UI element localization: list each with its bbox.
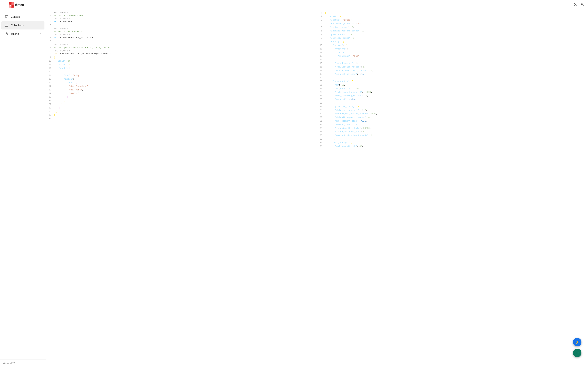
sidebar-item-tutorial-label: Tutorial (11, 33, 37, 35)
sidebar-item-tutorial[interactable]: Tutorial ⌃ (1, 30, 44, 38)
code-fab-button[interactable]: < > (573, 349, 581, 357)
output-line-2: 2 "result": { (317, 15, 588, 18)
output-line-31: 31 "max_segment_size": null, (317, 119, 588, 123)
beautify-button-1[interactable]: BEAUTIFY (60, 11, 70, 13)
output-line-10: 10 "params": { (317, 44, 588, 47)
run-beautify-bar-1: RUN | BEAUTIFY (46, 11, 317, 14)
output-line-36: 36 }, (317, 137, 588, 141)
output-line-23: 23 "full_scan_threshold": 10000, (317, 91, 588, 94)
code-line-2: 2 GET collections (46, 20, 317, 24)
logo-icon: Q (9, 2, 14, 8)
code-line-20: 20 ] (46, 95, 317, 99)
sidebar-item-console-label: Console (11, 15, 41, 18)
code-brackets-icon: < > (575, 352, 579, 354)
output-line-28: 28 "deleted_threshold": 0.2, (317, 108, 588, 112)
sidebar-nav: Console Collections Tutorial ⌃ (0, 10, 46, 359)
output-line-19: 19 }, (317, 76, 588, 80)
svg-rect-8 (5, 24, 8, 25)
run-button-2[interactable]: RUN (54, 18, 58, 20)
lightning-icon: ⚡ (575, 340, 579, 344)
output-line-21: 21 "m": 16, (317, 83, 588, 87)
svg-point-12 (6, 33, 7, 34)
code-line-6: 6 (46, 40, 317, 43)
output-line-13: 13 "distance": "Dot" (317, 54, 588, 58)
beautify-button-5[interactable]: BEAUTIFY (60, 44, 70, 46)
sidebar-header: Q drant (0, 0, 46, 10)
hamburger-icon[interactable] (3, 3, 7, 7)
run-button-6[interactable]: RUN (54, 50, 58, 52)
theme-toggle-icon[interactable] (574, 3, 577, 7)
code-line-21: 21 } (46, 99, 317, 103)
output-line-30: 30 "default_segment_number": 0, (317, 116, 588, 119)
output-line-34: 34 "flush_interval_sec": 5, (317, 130, 588, 134)
output-line-24: 24 "max_indexing_threads": 0, (317, 94, 588, 98)
code-line-24: 24 } (46, 110, 317, 113)
code-line-4: 4 // Get collection info (46, 30, 317, 33)
code-panel: RUN | BEAUTIFY 1 // List all collections… (46, 10, 317, 367)
fab-container: ⚡ < > (573, 338, 581, 357)
run-beautify-bar-3: RUN | BEAUTIFY (46, 27, 317, 30)
output-line-38: 38 "wal_capacity_mb": 32, (317, 144, 588, 148)
editor-area: RUN | BEAUTIFY 1 // List all collections… (46, 10, 588, 367)
output-line-14: 14 }, (317, 58, 588, 62)
beautify-button-6[interactable]: BEAUTIFY (60, 50, 70, 52)
code-line-17: 17 "San Francisco", (46, 84, 317, 88)
output-line-20: 20 "hnsw_config": { (317, 80, 588, 83)
run-beautify-bar-5: RUN | BEAUTIFY (46, 43, 317, 46)
sidebar-item-collections[interactable]: Collections (1, 21, 44, 30)
output-panel: 1 { 2 "result": { 3 "status": "green", 4… (317, 10, 588, 367)
code-line-14: 14 "key": "city", (46, 74, 317, 77)
output-line-26: 26 }, (317, 101, 588, 105)
run-button-1[interactable]: RUN (54, 11, 58, 13)
code-line-23: 23 ] (46, 106, 317, 110)
svg-rect-10 (5, 26, 8, 26)
output-line-18: 18 "on_disk_payload": true (317, 72, 588, 76)
svg-rect-6 (5, 16, 8, 18)
code-line-8: 8 POST collections/test_collection/point… (46, 52, 317, 56)
api-key-icon[interactable] (580, 3, 584, 7)
output-line-16: 16 "replication_factor": 1, (317, 65, 588, 69)
topbar-icons (574, 3, 584, 7)
sidebar-footer: Qdrant v1.7.3 (0, 359, 46, 367)
svg-point-13 (581, 3, 582, 5)
svg-rect-9 (5, 25, 8, 26)
output-line-37: 37 "wal_config": { (317, 141, 588, 144)
logo-text: drant (15, 3, 24, 7)
svg-text:Q: Q (9, 3, 11, 6)
output-line-32: 32 "memmap_threshold": null, (317, 123, 588, 126)
collections-icon (5, 24, 8, 27)
logo-container: Q drant (9, 2, 24, 8)
run-beautify-bar-6: RUN | BEAUTIFY ⋮ (46, 50, 317, 52)
run-button-5[interactable]: RUN (54, 44, 58, 46)
code-line-1: 1 // List all collections (46, 14, 317, 17)
run-button-4[interactable]: RUN (54, 34, 58, 36)
sidebar-item-console[interactable]: Console (1, 13, 44, 21)
svg-rect-4 (11, 5, 14, 8)
code-line-11: 11 "filter": { (46, 63, 317, 67)
output-line-11: 11 "vectors": { (317, 47, 588, 51)
output-line-33: 33 "indexing_threshold": 20000, (317, 126, 588, 130)
main-area: RUN | BEAUTIFY 1 // List all collections… (46, 0, 588, 367)
beautify-button-2[interactable]: BEAUTIFY (60, 18, 70, 20)
chevron-up-icon: ⌃ (40, 33, 41, 35)
code-line-9: 9 { (46, 56, 317, 59)
code-line-18: 18 "New York", (46, 88, 317, 92)
output-line-7: 7 "points_count": 6, (317, 33, 588, 36)
lightning-fab-button[interactable]: ⚡ (573, 338, 581, 346)
console-icon (5, 15, 8, 19)
output-line-9: 9 "config": { (317, 40, 588, 44)
code-line-12: 12 "must": [ (46, 67, 317, 70)
beautify-button-4[interactable]: BEAUTIFY (60, 34, 70, 36)
output-line-4: 4 "optimizer_status": "ok", (317, 22, 588, 25)
run-button-3[interactable]: RUN (54, 27, 58, 30)
beautify-button-3[interactable]: BEAUTIFY (60, 27, 70, 30)
topbar (46, 0, 588, 10)
output-line-3: 3 "status": "green", (317, 18, 588, 22)
output-line-22: 22 "ef_construct": 100, (317, 87, 588, 91)
output-line-6: 6 "indexed_vectors_count": 0, (317, 29, 588, 33)
code-line-16: 16 "any": [ (46, 81, 317, 84)
code-line-7: 7 // List points in a collection, using … (46, 46, 317, 50)
code-editor[interactable]: RUN | BEAUTIFY 1 // List all collections… (46, 10, 317, 367)
code-line-15: 15 "match": { (46, 77, 317, 81)
code-line-22: 22 } (46, 103, 317, 106)
